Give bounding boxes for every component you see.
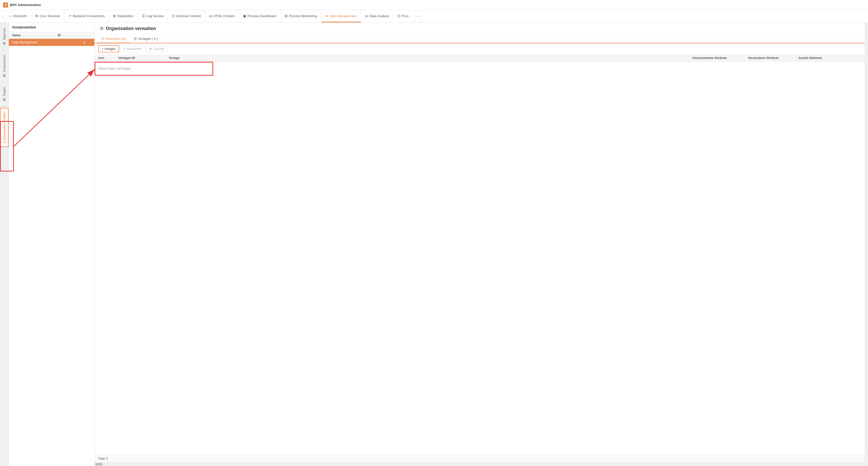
logo-icon: ⚙ xyxy=(4,3,7,6)
komponenten-table-header: Name ID xyxy=(9,32,94,39)
sidebar-divider-2 xyxy=(1,82,7,82)
tab-log-service-label: Log Service xyxy=(146,14,164,18)
sidebar-item-allgemein[interactable]: ⚙ Allgemein xyxy=(0,25,8,48)
tab-external-content[interactable]: ⊡ External Content xyxy=(168,10,205,23)
scrollbar-thumb xyxy=(95,463,103,466)
process-dashboard-icon: ▣ xyxy=(243,14,246,18)
sidebar-item-organisation-verwalten[interactable]: ≡ Organisation verwalten xyxy=(0,108,8,147)
tab-core-services[interactable]: ⚙ Core Services xyxy=(31,10,65,23)
tab-html-content-label: HTML Content xyxy=(214,14,235,18)
tab-process-dashboard-label: Process Dashboard xyxy=(248,14,276,18)
empty-message: Keine Daten verfügbar xyxy=(95,62,865,75)
overviews-tab-icon: ⊡ xyxy=(101,37,104,41)
bearbeiten-label: Bearbeiten xyxy=(127,47,142,51)
sidebar-item-plugins[interactable]: ⚙ Plugins xyxy=(0,84,8,105)
backend-connections-icon: ↗ xyxy=(68,14,71,18)
tab-external-content-label: External Content xyxy=(176,14,201,18)
tab-proc-label: Proc... xyxy=(402,14,411,18)
total-value: 0 xyxy=(106,457,108,461)
tab-process-monitoring[interactable]: ⊞ Process Monitoring xyxy=(281,10,321,23)
title-bar: ⚙ BPC Administration xyxy=(0,0,868,10)
tab-vorlagen-label: Vorlagen ( 0 ) xyxy=(138,37,158,41)
tab-overviews[interactable]: ⊡ Overviews (0) xyxy=(97,35,130,43)
main-layout: ⚙ Allgemein ⚙ Komponenten ⚙ Plugins ≡ Or… xyxy=(0,23,868,466)
tab-data-management-label: Data Management xyxy=(330,14,356,18)
tab-data-analysis[interactable]: ◎ Data Analysis xyxy=(361,10,393,23)
data-table: Icon Vorlagen-ID Vorlage Unversionierte … xyxy=(95,55,865,455)
tab-process-monitoring-label: Process Monitoring xyxy=(289,14,317,18)
tab-core-services-label: Core Services xyxy=(40,14,60,18)
org-icon: ≡ xyxy=(2,141,6,143)
sidebar-divider-3 xyxy=(1,106,7,106)
vorlagen-tab-icon: ⊟ xyxy=(134,37,137,41)
tab-backend-connections[interactable]: ↗ Backend Connections xyxy=(64,10,109,23)
anlegen-icon: + xyxy=(102,47,103,51)
row-data-management-name: Data Management xyxy=(12,41,58,44)
proc-icon: ⊡ xyxy=(397,14,400,18)
app-logo: ⚙ xyxy=(3,2,8,7)
log-service-icon: ☰ xyxy=(142,14,145,18)
sidebar-item-komponenten-label: Komponenten xyxy=(3,55,6,72)
bearbeiten-button[interactable]: ✎ Bearbeiten xyxy=(120,46,145,52)
loschen-button[interactable]: 🗑 Löschen xyxy=(146,46,168,52)
content-title-icon: ⚙ xyxy=(100,26,104,31)
tab-process-dashboard[interactable]: ▣ Process Dashboard xyxy=(239,10,281,23)
ubersicht-icon: ⌂ xyxy=(9,14,11,18)
sidebar-item-plugins-label: Plugins xyxy=(3,87,6,96)
komponenten-title: Komponenten xyxy=(12,25,36,29)
col-action-header xyxy=(83,34,91,37)
tab-data-management[interactable]: ≋ Data Management xyxy=(321,10,361,23)
sidebar-section-allgemein: ⚙ Allgemein xyxy=(0,25,8,48)
vertical-sidebar: ⚙ Allgemein ⚙ Komponenten ⚙ Plugins ≡ Or… xyxy=(0,23,9,466)
th-ver: Versionierte Attribute xyxy=(748,56,798,60)
tab-vorlagen[interactable]: ⊟ Vorlagen ( 0 ) xyxy=(130,35,162,43)
loschen-label: Löschen xyxy=(153,47,164,51)
bottom-scrollbar[interactable] xyxy=(95,463,865,466)
th-icon: Icon xyxy=(98,56,118,60)
replication-icon: ⊞ xyxy=(113,14,116,18)
app-title: BPC Administration xyxy=(10,3,41,7)
komponenten-panel: Komponenten Name ID Data Management ⧉ xyxy=(9,23,95,466)
tab-ubersicht[interactable]: ⌂ Übersicht xyxy=(5,10,31,23)
nav-back-arrow[interactable]: ‹ xyxy=(0,10,5,23)
core-services-icon: ⚙ xyxy=(35,14,38,18)
tab-replication[interactable]: ⊞ Replication xyxy=(109,10,138,23)
th-unver: Unversionierte Attribute xyxy=(692,56,748,60)
sidebar-section-plugins: ⚙ Plugins xyxy=(0,84,8,105)
tab-html-content[interactable]: ◎ HTML Content xyxy=(205,10,239,23)
main-content: ⚙ Organisation verwalten ⊡ Overviews (0)… xyxy=(95,23,865,466)
th-anzahl: Anzahl Aktionen xyxy=(798,56,849,60)
external-link-icon[interactable]: ⧉ xyxy=(83,41,91,44)
sidebar-item-allgemein-label: Allgemein xyxy=(3,28,6,40)
table-header-row: Icon Vorlagen-ID Vorlage Unversionierte … xyxy=(95,55,865,62)
content-header: ⚙ Organisation verwalten xyxy=(95,23,865,35)
total-label: Total: xyxy=(98,457,105,461)
sidebar-item-komponenten[interactable]: ⚙ Komponenten xyxy=(0,52,8,81)
tab-ubersicht-label: Übersicht xyxy=(13,14,27,18)
loschen-icon: 🗑 xyxy=(149,47,152,51)
tab-overviews-label: Overviews (0) xyxy=(105,37,126,41)
komponenten-row-data-management[interactable]: Data Management ⧉ xyxy=(9,39,94,46)
toolbar: + Anlegen ✎ Bearbeiten 🗑 Löschen xyxy=(95,43,865,55)
data-analysis-icon: ◎ xyxy=(365,14,368,18)
col-id-header: ID xyxy=(58,34,83,37)
allgemein-icon: ⚙ xyxy=(2,41,6,45)
nav-tabs: ‹ ⌂ Übersicht ⚙ Core Services ↗ Backend … xyxy=(0,10,868,23)
process-monitoring-icon: ⊞ xyxy=(285,14,288,18)
plugins-icon: ⚙ xyxy=(2,98,6,102)
th-vorlagen-id: Vorlagen-ID xyxy=(118,56,169,60)
tab-backend-connections-label: Backend Connections xyxy=(73,14,104,18)
anlegen-label: Anlegen xyxy=(104,47,116,51)
komponenten-icon: ⚙ xyxy=(2,74,6,78)
right-scrollbar[interactable] xyxy=(865,23,868,466)
tab-proc[interactable]: ⊡ Proc... xyxy=(393,10,415,23)
data-management-icon: ≋ xyxy=(325,14,328,18)
content-title: Organisation verwalten xyxy=(106,26,156,31)
nav-forward-arrow[interactable]: › xyxy=(415,10,421,23)
external-content-icon: ⊡ xyxy=(172,14,175,18)
tab-log-service[interactable]: ☰ Log Service xyxy=(138,10,168,23)
sidebar-item-org-label: Organisation verwalten xyxy=(3,111,6,140)
th-extra xyxy=(849,56,862,60)
tab-data-analysis-label: Data Analysis xyxy=(369,14,389,18)
anlegen-button[interactable]: + Anlegen xyxy=(98,45,119,53)
